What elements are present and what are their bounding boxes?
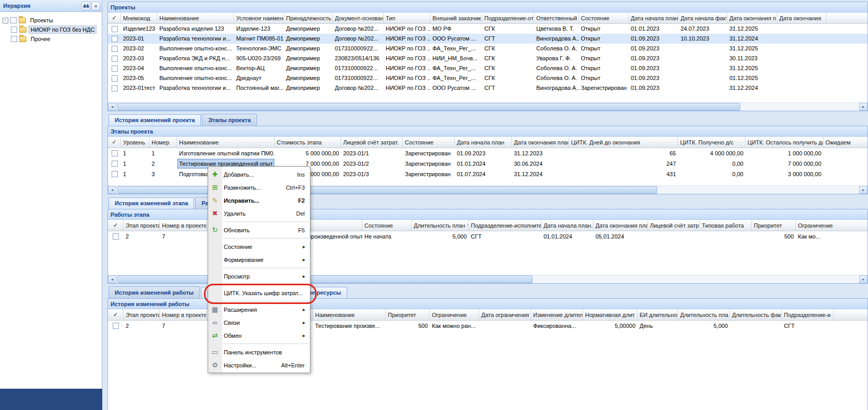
cell[interactable]: 2023-04 (121, 63, 157, 73)
cell[interactable]: Договор №202... (333, 83, 384, 93)
cell[interactable]: 2023-01тест (121, 83, 157, 93)
tab[interactable]: История изменений проекта (108, 114, 201, 126)
cell[interactable]: Виноградова А... (534, 83, 579, 93)
cell[interactable] (108, 34, 121, 44)
cell[interactable] (108, 83, 121, 93)
cell[interactable] (108, 24, 121, 34)
scrollbar-thumb[interactable] (117, 186, 657, 194)
menu-item[interactable]: ↻ОбновитьF5 (208, 223, 310, 236)
cell[interactable]: 7 (160, 321, 207, 331)
cell[interactable]: Зарегистрирован (403, 148, 455, 158)
menu-item[interactable]: Состояние▸ (208, 240, 310, 253)
cell[interactable]: СГТ (482, 83, 534, 93)
cell[interactable]: Технология-ЭМС (234, 44, 284, 54)
collapse-sidebar-button[interactable]: « (91, 2, 100, 10)
cell[interactable]: 5 000 000,00 (275, 148, 341, 158)
cell[interactable]: СГК (482, 73, 534, 83)
cell[interactable] (108, 54, 121, 63)
column-header[interactable]: Лицевой счёт затр (648, 220, 700, 231)
cell[interactable]: 01.01.2023 (629, 24, 679, 34)
cell[interactable] (108, 63, 121, 73)
cell[interactable]: Фиксированна... (531, 321, 583, 331)
cell[interactable]: Демопример (284, 24, 333, 34)
column-header[interactable]: Стоимость этапа (275, 137, 341, 148)
cell[interactable]: 30.11.2023 (727, 54, 777, 63)
search-binoculars-button[interactable] (82, 2, 90, 10)
cell[interactable] (777, 54, 826, 63)
column-header[interactable]: Ожидаем (823, 137, 868, 148)
cell[interactable]: 1 (121, 148, 150, 158)
row-checkbox[interactable] (112, 56, 118, 62)
cell[interactable]: СГТ (782, 321, 834, 331)
cell[interactable]: Изделие123 (121, 24, 157, 34)
cell[interactable]: НИОКР по ГОЗ ... (384, 34, 430, 44)
table-row[interactable]: 2023-01тестРазработка технологии и...Пос… (108, 83, 867, 93)
row-checkbox[interactable] (112, 65, 118, 72)
cell[interactable] (108, 321, 124, 331)
cell[interactable]: НИОКР по ГОЗ ... (384, 63, 430, 73)
cell[interactable]: 1 (150, 148, 177, 158)
column-header[interactable]: Этап проекта (124, 309, 160, 320)
tree-node[interactable]: Прочее (0, 34, 102, 44)
tab[interactable]: История изменений этапа (108, 197, 194, 209)
column-header[interactable]: ЦИТК. Дней до окончания (569, 137, 678, 148)
cell[interactable] (777, 63, 826, 73)
column-header[interactable]: Длительность пла (678, 309, 730, 320)
cell[interactable] (823, 158, 868, 169)
scroll-right-icon[interactable] (859, 186, 867, 194)
cell[interactable] (730, 321, 782, 331)
cell[interactable]: СГК (482, 54, 534, 63)
cell[interactable]: Выполнение опытно-конс... (157, 44, 234, 54)
column-header[interactable]: Дата ограничения (479, 309, 531, 320)
cell[interactable]: 3 000 000,00 (745, 169, 823, 179)
cell[interactable]: НИОКР по ГОЗ ... (384, 54, 430, 63)
cell[interactable]: 7 (160, 231, 207, 242)
column-header[interactable]: Наименование (313, 309, 386, 320)
column-header[interactable]: Дата начала факт (679, 12, 727, 23)
cell[interactable]: 5,000 (412, 231, 469, 242)
cell[interactable]: Разработка технологии и... (157, 83, 234, 93)
cell[interactable]: Соболева О. А. (534, 44, 579, 54)
cell[interactable]: Виноградова А... (534, 34, 579, 44)
tree-checkbox[interactable] (11, 36, 17, 42)
cell[interactable]: Открыт (579, 24, 629, 34)
cell[interactable]: 0,00 (678, 158, 745, 169)
cell[interactable] (108, 73, 121, 83)
cell[interactable] (777, 24, 826, 34)
column-header[interactable]: Дата окончания план (512, 137, 569, 148)
column-header[interactable]: ✓ (108, 220, 124, 231)
scroll-right-icon[interactable] (859, 103, 867, 111)
menu-item[interactable]: ▭Панель инструментов (208, 346, 310, 359)
tree-node[interactable]: −Проекты (0, 16, 102, 25)
cell[interactable]: Демопример (284, 34, 333, 44)
column-header[interactable]: Дата окончания п (727, 12, 777, 23)
column-header[interactable]: ЕИ длительности (638, 309, 678, 320)
cell[interactable]: Зарегистрирован (579, 83, 629, 93)
cell[interactable]: 65 (569, 148, 678, 158)
column-header[interactable] (834, 309, 868, 320)
column-header[interactable]: Состояние (362, 220, 412, 231)
column-header[interactable]: Наименование (157, 12, 234, 23)
cell[interactable] (679, 44, 727, 54)
column-header[interactable]: ✓ (108, 309, 124, 320)
cell[interactable]: СГТ (482, 34, 534, 44)
cell[interactable]: 2023-02 (121, 44, 157, 54)
table-row[interactable]: 2023-05Выполнение опытно-конс...Дреднаут… (108, 73, 867, 83)
cell[interactable]: 5,00000 (583, 321, 638, 331)
column-header[interactable]: Дата начала план. (629, 12, 679, 23)
scroll-left-icon[interactable] (108, 186, 116, 194)
cell[interactable]: 31.12.2025 (727, 63, 777, 73)
cell[interactable]: 431 (569, 169, 678, 179)
cell[interactable]: НИИ_НМ_Бочв... (430, 54, 482, 63)
cell[interactable]: 2023-05 (121, 73, 157, 83)
scroll-left-icon[interactable] (108, 103, 116, 111)
column-header[interactable]: Номер в проекте (160, 309, 207, 320)
menu-item[interactable]: ✚Добавить...Ins (208, 168, 310, 181)
menu-item[interactable]: ⚙Настройки...Alt+Enter (208, 359, 310, 372)
menu-item[interactable]: ✎Исправить...F2 (208, 194, 310, 207)
row-checkbox[interactable] (112, 171, 118, 177)
row-checkbox[interactable] (112, 26, 118, 32)
cell[interactable]: 01.12.2025 (727, 73, 777, 83)
menu-item[interactable]: ЦИТК. Указать шифр затрат... (208, 286, 310, 299)
cell[interactable] (777, 34, 826, 44)
